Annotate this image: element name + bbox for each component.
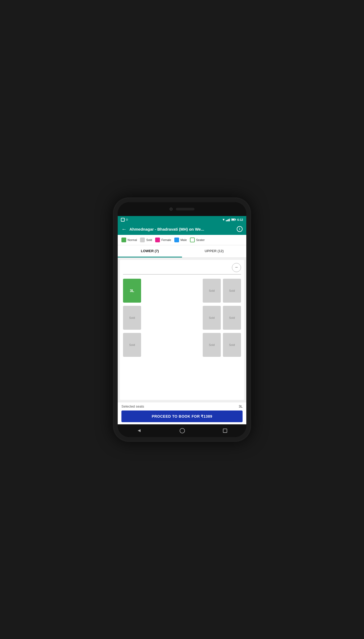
seat-layout: 3L Sold Sold — [123, 279, 241, 357]
divider — [123, 274, 241, 274]
sd-card-icon — [121, 218, 125, 222]
seat-map: − 3L Sold — [120, 260, 244, 400]
seat-3L[interactable]: 3L — [123, 279, 141, 303]
proceed-button[interactable]: PROCEED TO BOOK FOR ₹1389 — [121, 411, 243, 422]
sold-color-swatch — [140, 238, 145, 242]
tab-lower[interactable]: LOWER (7) — [118, 245, 182, 257]
seat-8L: Sold — [223, 306, 241, 330]
status-left: ⊙ — [121, 218, 128, 222]
seat-column-right: Sold Sold Sold — [203, 279, 241, 357]
seat-6L: Sold — [223, 279, 241, 303]
female-color-swatch — [155, 238, 160, 242]
battery-icon — [231, 218, 236, 221]
controls-row: − — [123, 263, 241, 272]
info-button[interactable]: i — [237, 226, 243, 232]
legend-male: Male — [174, 238, 187, 242]
phone-screen: ⊙ ▾ — [118, 202, 246, 437]
selected-seats-label: Selected seats — [121, 404, 144, 408]
camera-icon — [170, 208, 173, 211]
back-button[interactable]: ← — [121, 226, 127, 232]
legend-normal: Normal — [121, 238, 137, 242]
legend-sold: Sold — [140, 238, 152, 242]
male-label: Male — [180, 238, 187, 242]
selected-seats-row: Selected seats 3L — [121, 404, 243, 408]
legend-bar: Normal Sold Female Male Seater — [118, 235, 246, 245]
minus-button[interactable]: − — [232, 263, 241, 272]
signal-icon — [226, 218, 230, 221]
globe-icon: ⊙ — [126, 218, 128, 221]
tab-upper[interactable]: UPPER (12) — [182, 245, 246, 257]
seat-row-2: Sold Sold — [203, 306, 241, 330]
normal-color-swatch — [121, 238, 126, 242]
speaker-icon — [176, 208, 194, 210]
seat-1L: Sold — [123, 333, 141, 357]
main-content: LOWER (7) UPPER (12) − — [118, 245, 246, 424]
seat-row-3: Sold Sold — [203, 333, 241, 357]
home-nav-button[interactable] — [180, 428, 185, 433]
sold-label: Sold — [146, 238, 152, 242]
bottom-bar: Selected seats 3L PROCEED TO BOOK FOR ₹1… — [118, 402, 246, 424]
female-label: Female — [161, 238, 171, 242]
seat-9L: Sold — [203, 333, 221, 357]
seat-10L: Sold — [223, 333, 241, 357]
seat-7L: Sold — [203, 306, 221, 330]
status-bar: ⊙ ▾ — [118, 216, 246, 223]
seat-column-left: 3L Sold Sold — [123, 279, 141, 357]
legend-female: Female — [155, 238, 171, 242]
tabs-bar: LOWER (7) UPPER (12) — [118, 245, 246, 258]
bottom-nav: ◄ — [118, 424, 246, 437]
normal-label: Normal — [128, 238, 137, 242]
status-right: ▾ 6:12 — [223, 218, 243, 222]
selected-seats-value: 3L — [239, 404, 243, 408]
phone-top-bezel — [118, 202, 246, 216]
back-nav-button[interactable]: ◄ — [137, 428, 142, 433]
legend-seater: Seater — [190, 238, 205, 242]
seat-2L: Sold — [123, 306, 141, 330]
seater-color-swatch — [190, 238, 195, 242]
seat-row-1: Sold Sold — [203, 279, 241, 303]
app-header: ← Ahmednagar - Bhadravati (MH) on We... … — [118, 223, 246, 235]
status-time: 6:12 — [237, 218, 243, 221]
phone-device: ⊙ ▾ — [113, 197, 251, 442]
header-title: Ahmednagar - Bhadravati (MH) on We... — [129, 227, 234, 231]
wifi-icon: ▾ — [223, 218, 225, 222]
male-color-swatch — [174, 238, 179, 242]
recents-nav-button[interactable] — [223, 429, 227, 433]
screen-content: ⊙ ▾ — [118, 216, 246, 424]
seat-5L: Sold — [203, 279, 221, 303]
seater-label: Seater — [196, 238, 205, 242]
